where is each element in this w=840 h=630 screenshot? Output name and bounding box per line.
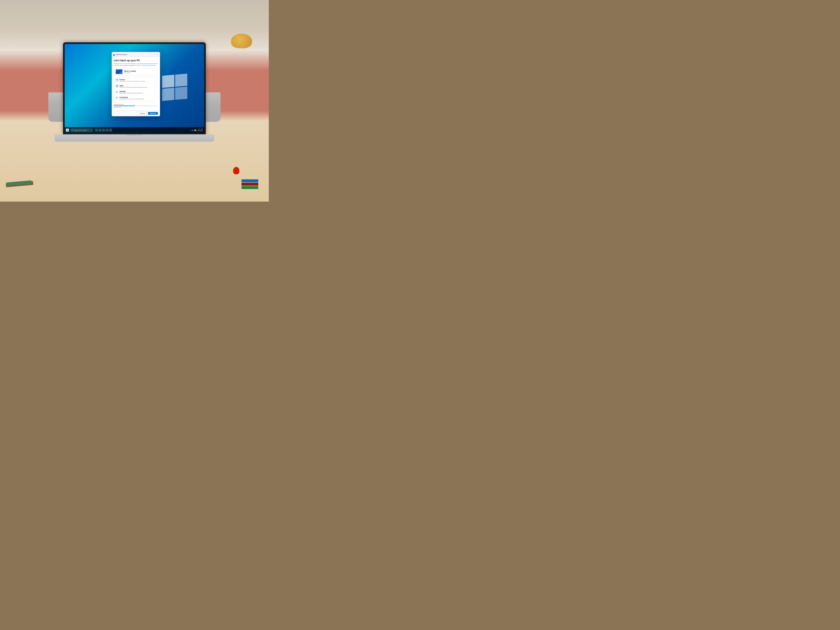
taskbar-icon-2[interactable] [98,129,101,132]
screen-bezel: Windows Backup − □ × Let's back up your … [63,43,206,135]
storage-bar-fill [114,106,135,106]
bowl-decoration [231,33,252,48]
taskbar-pinned-icons [95,129,112,132]
storage-bar [114,106,158,106]
strawberry-decoration [233,167,239,174]
windows-backup-dialog: Windows Backup − □ × Let's back up your … [112,52,160,116]
backup-items-list: Folders Back up files, documents, and ph… [114,77,158,101]
taskbar-time-display: 10:17 AM [197,128,203,130]
start-button[interactable] [66,129,69,132]
window-controls: − □ × [150,53,159,56]
learn-more-link[interactable]: Learn more about privacy [141,65,156,66]
device-type: Old Laptop [124,72,136,73]
settings-item-name: Settings [120,90,153,92]
credentials-item-name: Credentials [120,96,153,98]
dialog-body: Let's back up your PC We'll back up your… [112,57,160,111]
folders-info: Folders Back up files, documents, and ph… [120,79,153,82]
tray-icon-2[interactable]: 🔊 [192,129,194,131]
dialog-titlebar: Windows Backup − □ × [112,52,160,57]
device-name: Mario's Laptop [124,70,136,72]
settings-chevron-icon: ⌄ [155,91,156,93]
storage-label: Storage estimate [114,104,158,105]
settings-item-desc: Remember Windows settings and preference… [120,92,153,93]
apps-item-desc: Remember installed apps and pinned app p… [120,86,153,88]
taskbar-search[interactable]: 🔍 Type here to search [70,128,93,132]
taskbar-icon-5[interactable] [109,129,112,132]
minimize-button[interactable]: − [150,53,152,56]
taskbar-icon-4[interactable] [106,129,109,132]
taskbar-clock[interactable]: 10:17 AM 4/11/2024 [197,128,203,132]
dialog-title: Windows Backup [116,54,150,55]
backup-item-folders[interactable]: Folders Back up files, documents, and ph… [114,77,158,83]
taskbar: 🔍 Type here to search ∧ 🔊 📶 [65,127,204,133]
dialog-app-icon [113,53,115,55]
credentials-info: Credentials Remember Wi-Fi networks and … [120,96,153,99]
laptop: Windows Backup − □ × Let's back up your … [48,43,221,164]
folders-item-desc: Back up files, documents, and photos to … [120,81,153,82]
close-button[interactable]: × [156,53,159,56]
apps-icon [116,85,118,87]
taskbar-icon-1[interactable] [95,129,98,132]
apps-item-name: Apps [120,84,153,86]
apps-chevron-icon: ⌄ [155,85,156,87]
settings-icon [116,91,118,93]
backup-item-credentials[interactable]: Credentials Remember Wi-Fi networks and … [114,95,158,101]
credentials-icon [116,96,118,99]
credentials-item-desc: Remember Wi-Fi networks and other passwo… [120,98,153,99]
dialog-footer: Cancel Back up [112,110,160,116]
taskbar-icon-3[interactable] [102,129,105,132]
storage-values: 2.6 GB of 5 GB [114,106,158,108]
svg-point-0 [113,54,115,56]
taskbar-right: ∧ 🔊 📶 10:17 AM 4/11/2024 [190,128,203,132]
device-thumbnail [116,69,122,74]
windows-logo-watermark [162,75,187,100]
tray-icon-1[interactable]: ∧ [190,129,191,131]
windows-desktop: Windows Backup − □ × Let's back up your … [65,44,204,133]
device-card: Mario's Laptop Old Laptop [114,68,158,76]
taskbar-date-display: 4/11/2024 [197,130,203,132]
folders-icon [116,79,118,82]
backup-button[interactable]: Back up [148,112,158,115]
laptop-hinge [126,134,143,135]
folders-item-name: Folders [120,79,153,81]
system-tray-icons: ∧ 🔊 📶 [190,129,196,131]
tray-icon-network[interactable]: 📶 [194,129,196,131]
svg-rect-2 [116,85,117,86]
cancel-button[interactable]: Cancel [138,112,147,115]
credentials-chevron-icon: ⌄ [155,97,156,99]
folders-chevron-icon: ⌄ [155,79,156,81]
dialog-heading: Let's back up your PC [114,59,158,62]
svg-point-6 [117,92,117,92]
svg-rect-1 [116,79,118,81]
storage-section: Storage estimate 2.6 GB of 5 GB [114,103,158,109]
books-right-decoration [242,179,258,189]
apps-info: Apps Remember installed apps and pinned … [120,84,153,88]
taskbar-search-text: Type here to search [74,129,87,131]
svg-rect-5 [117,86,118,87]
backup-item-apps[interactable]: Apps Remember installed apps and pinned … [114,83,158,89]
backup-item-settings[interactable]: Settings Remember Windows settings and p… [114,89,158,95]
maximize-button[interactable]: □ [153,53,156,56]
dialog-subtitle: We'll back up your info in the cloud so … [114,63,158,66]
settings-info: Settings Remember Windows settings and p… [120,90,153,93]
svg-rect-3 [117,85,118,86]
svg-rect-4 [116,86,117,87]
laptop-body [55,134,214,142]
device-info: Mario's Laptop Old Laptop [124,70,136,73]
